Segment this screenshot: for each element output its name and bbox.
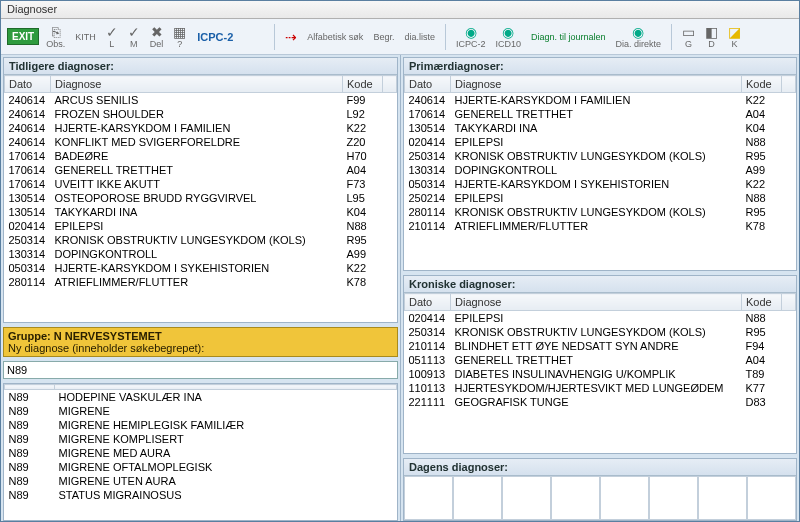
table-row[interactable]: 240614KONFLIKT MED SVIGERFORELDREZ20 xyxy=(5,135,397,149)
col-diagnose[interactable]: Diagnose xyxy=(51,76,343,93)
col-end xyxy=(782,76,796,93)
ny-diagnose-panel: N89HODEPINE VASKULÆR INAN89MIGRENEN89MIG… xyxy=(3,383,398,521)
toolbar-tojournal[interactable]: Diagn. til journalen xyxy=(528,22,609,52)
toolbar-diadirekte[interactable]: ◉Dia. direkte xyxy=(612,22,664,52)
col-kode[interactable]: Kode xyxy=(742,294,782,311)
table-row[interactable]: 050314HJERTE-KARSYKDOM I SYKEHISTORIENK2… xyxy=(405,177,796,191)
kroniske-table[interactable]: Dato Diagnose Kode 020414EPILEPSIN882503… xyxy=(404,293,796,453)
col-dato[interactable]: Dato xyxy=(5,76,51,93)
table-row[interactable]: N89MIGRENE xyxy=(5,404,397,418)
ny-diagnose-header: Gruppe: N NERVESYSTEMET Ny diagnose (inn… xyxy=(3,327,398,357)
toolbar-icd10[interactable]: ◉ICD10 xyxy=(492,22,524,52)
table-row[interactable]: 050314HJERTE-KARSYKDOM I SYKEHISTORIENK2… xyxy=(5,261,397,275)
table-row[interactable]: N89MIGRENE KOMPLISERT xyxy=(5,432,397,446)
tidligere-panel: Tidligere diagnoser: Dato Diagnose Kode … xyxy=(3,57,398,323)
tidligere-table[interactable]: Dato Diagnose Kode 240614ARCUS SENILISF9… xyxy=(4,75,397,322)
table-row[interactable]: 130314DOPINGKONTROLLA99 xyxy=(405,163,796,177)
table-row[interactable]: 250314KRONISK OBSTRUKTIV LUNGESYKDOM (KO… xyxy=(405,325,796,339)
toolbar-obs[interactable]: ⎘Obs. xyxy=(43,22,68,52)
table-row[interactable]: 240614HJERTE-KARSYKDOM I FAMILIENK22 xyxy=(405,93,796,108)
col-dato[interactable]: Dato xyxy=(405,294,451,311)
table-row[interactable]: 240614HJERTE-KARSYKDOM I FAMILIENK22 xyxy=(5,121,397,135)
table-row[interactable]: 130314DOPINGKONTROLLA99 xyxy=(5,247,397,261)
toolbar: EXIT ⎘Obs. KITH ✓L ✓M ✖Del ▦? ICPC-2 ⇢ A… xyxy=(1,19,799,55)
dagens-title: Dagens diagnoser: xyxy=(404,459,796,476)
toolbar-help[interactable]: ▦? xyxy=(170,22,189,52)
toolbar-kith[interactable]: KITH xyxy=(72,22,99,52)
table-row[interactable]: 051113GENERELL TRETTHETA04 xyxy=(405,353,796,367)
table-row[interactable]: 240614ARCUS SENILISF99 xyxy=(5,93,397,108)
search-input[interactable] xyxy=(3,361,398,379)
group-label: Gruppe: N NERVESYSTEMET xyxy=(8,330,393,342)
dagens-panel: Dagens diagnoser: xyxy=(403,458,797,521)
table-row[interactable]: 130514TAKYKARDI INAK04 xyxy=(5,205,397,219)
toolbar-del[interactable]: ✖Del xyxy=(147,22,167,52)
table-row[interactable]: N89MIGRENE OFTALMOPLEGISK xyxy=(5,460,397,474)
col-dato[interactable]: Dato xyxy=(405,76,451,93)
table-row[interactable]: 240614FROZEN SHOULDERL92 xyxy=(5,107,397,121)
toolbar-K[interactable]: ◪K xyxy=(725,22,744,52)
table-row[interactable]: 170614BADEØREH70 xyxy=(5,149,397,163)
toolbar-begr[interactable]: Begr. xyxy=(370,22,397,52)
table-row[interactable]: 170614GENERELL TRETTHETA04 xyxy=(405,107,796,121)
table-row[interactable]: N89STATUS MIGRAINOSUS xyxy=(5,488,397,502)
table-row[interactable]: 210114ATRIEFLIMMER/FLUTTERK78 xyxy=(405,219,796,233)
table-row[interactable]: 250314KRONISK OBSTRUKTIV LUNGESYKDOM (KO… xyxy=(5,233,397,247)
table-row[interactable]: 280114KRONISK OBSTRUKTIV LUNGESYKDOM (KO… xyxy=(405,205,796,219)
kroniske-title: Kroniske diagnoser: xyxy=(404,276,796,293)
col-desc[interactable] xyxy=(55,385,397,390)
dagens-grid[interactable] xyxy=(404,476,796,520)
toolbar-D[interactable]: ◧D xyxy=(702,22,721,52)
table-row[interactable]: N89HODEPINE VASKULÆR INA xyxy=(5,390,397,405)
window-title: Diagnoser xyxy=(7,3,57,15)
table-row[interactable]: 020414EPILEPSIN88 xyxy=(405,135,796,149)
toolbar-separator xyxy=(671,24,672,50)
table-row[interactable]: 020414EPILEPSIN88 xyxy=(405,311,796,326)
table-row[interactable]: 170614UVEITT IKKE AKUTTF73 xyxy=(5,177,397,191)
table-row[interactable]: 250214EPILEPSIN88 xyxy=(405,191,796,205)
col-kode[interactable]: Kode xyxy=(343,76,383,93)
toolbar-L[interactable]: ✓L xyxy=(103,22,121,52)
primaer-title: Primærdiagnoser: xyxy=(404,58,796,75)
toolbar-separator xyxy=(274,24,275,50)
toolbar-G[interactable]: ▭G xyxy=(679,22,698,52)
table-row[interactable]: N89MIGRENE UTEN AURA xyxy=(5,474,397,488)
exit-button[interactable]: EXIT xyxy=(7,28,39,45)
toolbar-M[interactable]: ✓M xyxy=(125,22,143,52)
kroniske-panel: Kroniske diagnoser: Dato Diagnose Kode 0… xyxy=(403,275,797,454)
ny-diagnose-table[interactable]: N89HODEPINE VASKULÆR INAN89MIGRENEN89MIG… xyxy=(4,384,397,520)
primaer-panel: Primærdiagnoser: Dato Diagnose Kode 2406… xyxy=(403,57,797,271)
col-kode[interactable]: Kode xyxy=(742,76,782,93)
table-row[interactable]: 170614GENERELL TRETTHETA04 xyxy=(5,163,397,177)
table-row[interactable]: 210114BLINDHET ETT ØYE NEDSATT SYN ANDRE… xyxy=(405,339,796,353)
table-row[interactable]: N89MIGRENE HEMIPLEGISK FAMILIÆR xyxy=(5,418,397,432)
col-end xyxy=(782,294,796,311)
toolbar-separator xyxy=(445,24,446,50)
toolbar-dialiste[interactable]: dia.liste xyxy=(401,22,438,52)
toolbar-icpc2[interactable]: ◉ICPC-2 xyxy=(453,22,489,52)
table-row[interactable]: 221111GEOGRAFISK TUNGED83 xyxy=(405,395,796,409)
window-titlebar: Diagnoser xyxy=(1,1,799,19)
col-end xyxy=(383,76,397,93)
table-row[interactable]: 100913DIABETES INSULINAVHENGIG U/KOMPLIK… xyxy=(405,367,796,381)
table-row[interactable]: 110113HJERTESYKDOM/HJERTESVIKT MED LUNGE… xyxy=(405,381,796,395)
table-row[interactable]: N89MIGRENE MED AURA xyxy=(5,446,397,460)
table-row[interactable]: 250314KRONISK OBSTRUKTIV LUNGESYKDOM (KO… xyxy=(405,149,796,163)
col-diagnose[interactable]: Diagnose xyxy=(451,294,742,311)
table-row[interactable]: 130514OSTEOPOROSE BRUDD RYGGVIRVELL95 xyxy=(5,191,397,205)
icpc2-label: ICPC-2 xyxy=(197,31,233,43)
table-row[interactable]: 020414EPILEPSIN88 xyxy=(5,219,397,233)
toolbar-arrow[interactable]: ⇢ xyxy=(282,22,300,52)
ny-diagnose-sublabel: Ny diagnose (inneholder søkebegrepet): xyxy=(8,342,393,354)
table-row[interactable]: 280114ATRIEFLIMMER/FLUTTERK78 xyxy=(5,275,397,289)
col-diagnose[interactable]: Diagnose xyxy=(451,76,742,93)
tidligere-title: Tidligere diagnoser: xyxy=(4,58,397,75)
toolbar-alphasearch[interactable]: Alfabetisk søk xyxy=(304,22,366,52)
table-row[interactable]: 130514TAKYKARDI INAK04 xyxy=(405,121,796,135)
primaer-table[interactable]: Dato Diagnose Kode 240614HJERTE-KARSYKDO… xyxy=(404,75,796,270)
col-code[interactable] xyxy=(5,385,55,390)
